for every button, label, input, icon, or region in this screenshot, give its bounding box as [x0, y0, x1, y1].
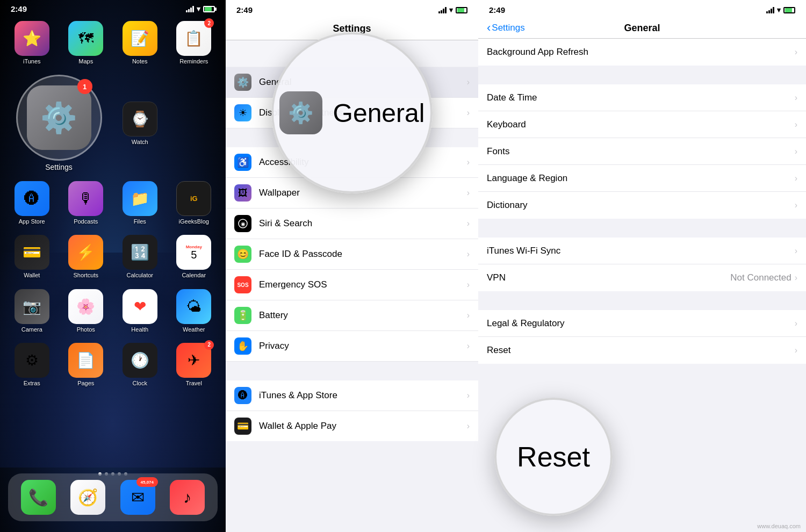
settings-privacy-cell[interactable]: ✋ Privacy ›	[226, 331, 478, 362]
pages-icon: 📄	[68, 343, 103, 378]
general-language-cell[interactable]: Language & Region ›	[478, 165, 806, 192]
general-dictionary-cell[interactable]: Dictionary ›	[478, 192, 806, 219]
itunes-cell-label: iTunes & App Store	[259, 390, 467, 401]
general-gap-1	[478, 66, 806, 84]
itunes-sync-chevron: ›	[795, 246, 797, 256]
settings-spotlight[interactable]: 1 ⚙️ Settings	[8, 75, 110, 171]
wifi-icon: ▾	[197, 5, 200, 13]
settings-badge: 1	[77, 79, 92, 94]
reminders-label: Reminders	[179, 58, 208, 65]
weather-label: Weather	[183, 326, 205, 333]
general-date-time-cell[interactable]: Date & Time ›	[478, 84, 806, 111]
itunes-cell-chevron: ›	[467, 391, 470, 400]
legal-chevron: ›	[795, 319, 797, 328]
general-fonts-cell[interactable]: Fonts ›	[478, 138, 806, 165]
app-appstore[interactable]: 🅐 App Store	[8, 181, 56, 225]
general-back-button[interactable]: ‹ Settings	[487, 22, 525, 34]
dictionary-chevron: ›	[795, 200, 797, 210]
camera-icon: 📷	[15, 289, 49, 324]
app-watch[interactable]: ⌚ Watch	[116, 102, 164, 171]
privacy-cell-icon: ✋	[234, 337, 251, 355]
mail-badge: 45,074	[136, 477, 158, 487]
date-time-chevron: ›	[795, 93, 797, 103]
dock-phone[interactable]: 📞	[21, 480, 56, 515]
photos-label: Photos	[77, 326, 95, 333]
language-chevron: ›	[795, 174, 797, 183]
app-podcasts[interactable]: 🎙 Podcasts	[62, 181, 110, 225]
spotlight-circle: 1 ⚙️	[16, 75, 102, 161]
app-files[interactable]: 📁 Files	[116, 181, 164, 225]
podcasts-label: Podcasts	[74, 218, 98, 225]
music-dock-icon: ♪	[170, 480, 205, 515]
language-label: Language & Region	[487, 173, 795, 184]
app-weather[interactable]: 🌤 Weather	[170, 289, 218, 333]
clock-label: Clock	[132, 380, 147, 387]
phone-dock-icon: 📞	[21, 480, 56, 515]
reset-overlay-text: Reset	[517, 441, 590, 473]
general-reset-cell[interactable]: Reset ›	[478, 337, 806, 364]
settings-battery-cell[interactable]: 🔋 Battery ›	[226, 300, 478, 331]
battery-cell-icon: 🔋	[234, 307, 251, 324]
notes-icon: 📝	[123, 21, 157, 56]
app-camera[interactable]: 📷 Camera	[8, 289, 56, 333]
watch-icon: ⌚	[123, 102, 157, 136]
app-shortcuts[interactable]: ⚡ Shortcuts	[62, 235, 110, 279]
shortcuts-label: Shortcuts	[74, 272, 98, 279]
app-itunes[interactable]: ⭐ iTunes	[8, 21, 56, 65]
general-nav-title: General	[624, 23, 660, 34]
app-photos[interactable]: 🌸 Photos	[62, 289, 110, 333]
magnify-title: General	[333, 98, 425, 128]
settings-sos-cell[interactable]: SOS Emergency SOS ›	[226, 270, 478, 300]
settings-faceid-cell[interactable]: 😊 Face ID & Passcode ›	[226, 239, 478, 270]
settings-status-bar: 2:49 ▾	[226, 0, 478, 18]
app-extras[interactable]: ⚙ Extras	[8, 343, 56, 387]
notes-label: Notes	[132, 58, 148, 65]
appstore-icon: 🅐	[15, 181, 49, 216]
general-legal-cell[interactable]: Legal & Regulatory ›	[478, 310, 806, 337]
general-section-4: Legal & Regulatory › Reset ›	[478, 310, 806, 364]
signal-icon	[186, 6, 194, 12]
settings-signal	[438, 7, 447, 13]
keyboard-label: Keyboard	[487, 119, 795, 130]
app-calculator[interactable]: 🔢 Calculator	[116, 235, 164, 279]
app-igeeksblog[interactable]: iG iGeeksBlog	[170, 181, 218, 225]
app-clock[interactable]: 🕐 Clock	[116, 343, 164, 387]
files-label: Files	[134, 218, 146, 225]
app-health[interactable]: ❤ Health	[116, 289, 164, 333]
app-reminders[interactable]: 📋 2 Reminders	[170, 21, 218, 65]
app-wallet[interactable]: 💳 Wallet	[8, 235, 56, 279]
general-keyboard-cell[interactable]: Keyboard ›	[478, 111, 806, 138]
general-battery	[783, 7, 795, 13]
vpn-chevron: ›	[795, 273, 797, 283]
reminders-badge: 2	[204, 18, 214, 28]
general-itunes-sync-cell[interactable]: iTunes Wi-Fi Sync ›	[478, 238, 806, 264]
display-cell-icon: ☀	[234, 104, 251, 121]
app-maps[interactable]: 🗺 Maps	[62, 21, 110, 65]
wallet-label: Wallet	[24, 272, 40, 279]
dock-mail[interactable]: ✉ 45,074	[120, 480, 155, 515]
igeeksblog-icon: iG	[176, 181, 211, 216]
reset-chevron: ›	[795, 346, 797, 355]
magnify-overlay: ⚙️ General	[271, 32, 433, 193]
app-calendar[interactable]: Monday 5 Calendar	[170, 235, 218, 279]
app-notes[interactable]: 📝 Notes	[116, 21, 164, 65]
general-section-2: Date & Time › Keyboard › Fonts › Languag…	[478, 84, 806, 219]
watermark: www.deuaq.com	[757, 523, 801, 529]
camera-label: Camera	[21, 326, 42, 333]
battery-cell-chevron: ›	[467, 311, 470, 320]
app-travel[interactable]: ✈ 2 Travel	[170, 343, 218, 387]
general-vpn-cell[interactable]: VPN Not Connected ›	[478, 264, 806, 291]
reset-overlay: Reset	[494, 398, 613, 516]
dock-music[interactable]: ♪	[170, 480, 205, 515]
general-bg-refresh-cell[interactable]: Background App Refresh ›	[478, 39, 806, 66]
settings-siri-cell[interactable]: ◉ Siri & Search ›	[226, 209, 478, 239]
wallpaper-cell-icon: 🖼	[234, 184, 251, 202]
privacy-cell-chevron: ›	[467, 341, 470, 351]
sos-cell-icon: SOS	[234, 276, 251, 293]
dock: 📞 🧭 ✉ 45,074 ♪	[8, 473, 218, 521]
settings-itunes-cell[interactable]: 🅐 iTunes & App Store ›	[226, 380, 478, 411]
dock-safari[interactable]: 🧭	[70, 480, 105, 515]
settings-wallet-cell[interactable]: 💳 Wallet & Apple Pay ›	[226, 411, 478, 441]
app-pages[interactable]: 📄 Pages	[62, 343, 110, 387]
settings-status-icons: ▾	[438, 6, 467, 14]
